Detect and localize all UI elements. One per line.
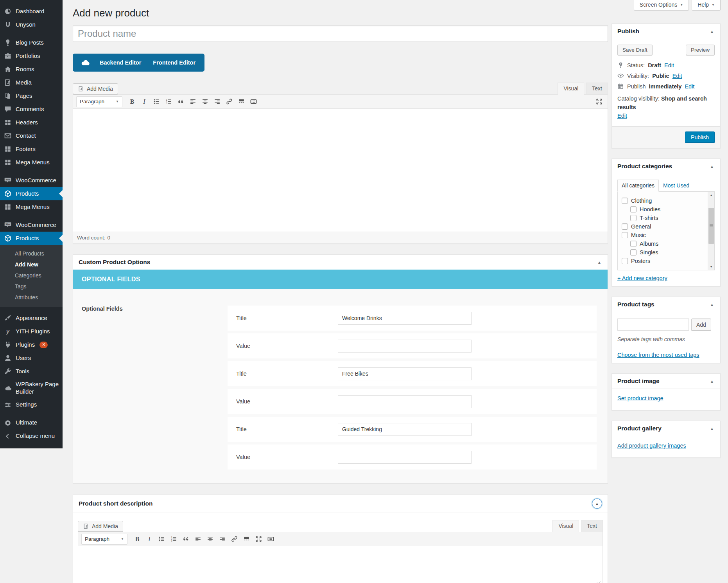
tab-visual[interactable]: Visual — [558, 83, 584, 95]
align-center-button[interactable] — [199, 97, 210, 107]
short-description-content[interactable] — [78, 546, 602, 583]
edit-schedule-link[interactable]: Edit — [685, 83, 694, 90]
edit-catalog-link[interactable]: Edit — [617, 113, 627, 119]
paragraph-format-select[interactable]: Paragraph▼ — [81, 534, 127, 545]
checkbox-general[interactable] — [622, 223, 628, 230]
checkbox-clothing[interactable] — [622, 198, 628, 204]
add-media-button[interactable]: Add Media — [78, 521, 123, 532]
align-center-button[interactable] — [204, 534, 215, 544]
toggle-panel-icon[interactable]: ▲ — [709, 379, 715, 383]
sidebar-item-comments[interactable]: Comments — [0, 103, 63, 116]
fullscreen-button[interactable] — [253, 534, 264, 544]
title-field-input[interactable] — [338, 367, 472, 380]
help-button[interactable]: Help▼ — [692, 0, 721, 11]
checkbox-music[interactable] — [622, 232, 628, 238]
sidebar-item-appearance[interactable]: Appearance — [0, 311, 63, 325]
align-right-button[interactable] — [212, 97, 222, 107]
sidebar-item-mega-menus-2[interactable]: Mega Menus — [0, 200, 63, 214]
italic-button[interactable]: I — [144, 534, 155, 544]
numbered-list-button[interactable] — [163, 97, 174, 107]
sidebar-item-ultimate[interactable]: Ultimate — [0, 416, 63, 430]
sidebar-item-unyson[interactable]: Unyson — [0, 18, 63, 31]
bold-button[interactable]: B — [127, 97, 138, 107]
value-field-input[interactable] — [338, 451, 472, 464]
sidebar-item-woocommerce[interactable]: WooCommerce — [0, 174, 63, 187]
insert-link-button[interactable] — [224, 97, 235, 107]
numbered-list-button[interactable] — [168, 534, 179, 544]
toggle-panel-button[interactable]: ▲ — [592, 498, 602, 509]
title-field-input[interactable] — [338, 312, 472, 325]
collapse-menu-button[interactable]: Collapse menu — [0, 430, 63, 443]
tab-text[interactable]: Text — [581, 520, 603, 532]
blockquote-button[interactable] — [175, 97, 186, 107]
main-editor-content[interactable] — [73, 109, 608, 232]
frontend-editor-button[interactable]: Frontend Editor — [147, 54, 201, 72]
scroll-up-button[interactable]: ▲ — [708, 192, 714, 198]
toggle-panel-icon[interactable]: ▲ — [597, 260, 602, 265]
read-more-button[interactable] — [236, 97, 247, 107]
paragraph-format-select[interactable]: Paragraph▼ — [76, 96, 122, 107]
bulleted-list-button[interactable] — [156, 534, 167, 544]
sidebar-item-media[interactable]: Media — [0, 76, 63, 89]
align-left-button[interactable] — [192, 534, 203, 544]
value-field-input[interactable] — [338, 395, 472, 408]
checkbox-hoodies[interactable] — [630, 206, 637, 212]
sidebar-item-users[interactable]: Users — [0, 351, 63, 365]
edit-visibility-link[interactable]: Edit — [672, 73, 682, 79]
preview-button[interactable]: Preview — [686, 45, 715, 55]
sidebar-item-footers[interactable]: Footers — [0, 142, 63, 156]
sidebar-item-mega-menus[interactable]: Mega Menus — [0, 156, 63, 169]
tab-text[interactable]: Text — [586, 83, 608, 94]
title-field-input[interactable] — [338, 423, 472, 436]
submenu-item-all-products[interactable]: All Products — [0, 248, 63, 259]
checkbox-singles[interactable] — [630, 249, 637, 256]
toggle-panel-icon[interactable]: ▲ — [709, 29, 715, 34]
sidebar-item-woocommerce-2[interactable]: WooCommerce — [0, 218, 63, 232]
sidebar-item-headers[interactable]: Headers — [0, 116, 63, 129]
save-draft-button[interactable]: Save Draft — [617, 45, 653, 55]
sidebar-item-wpbakery-page-builder[interactable]: WPBakery Page Builder — [0, 378, 63, 398]
sidebar-item-yith-plugins[interactable]: YITH Plugins — [0, 325, 63, 338]
submenu-item-add-new[interactable]: Add New — [0, 259, 63, 270]
add-new-category-link[interactable]: + Add new category — [617, 275, 667, 281]
distraction-free-button[interactable] — [594, 97, 604, 107]
bold-button[interactable]: B — [132, 534, 143, 544]
set-product-image-link[interactable]: Set product image — [617, 395, 663, 401]
new-tag-input[interactable] — [617, 318, 689, 331]
tab-visual[interactable]: Visual — [552, 520, 579, 532]
sidebar-item-pages[interactable]: Pages — [0, 89, 63, 103]
edit-status-link[interactable]: Edit — [664, 62, 674, 68]
backend-editor-button[interactable]: Backend Editor — [94, 54, 147, 72]
keyboard-shortcuts-button[interactable] — [265, 534, 276, 544]
sidebar-item-portfolios[interactable]: Portfolios — [0, 49, 63, 63]
keyboard-shortcuts-button[interactable] — [248, 97, 259, 107]
publish-button[interactable]: Publish — [685, 131, 715, 143]
tab-all-categories[interactable]: All categories — [617, 180, 659, 192]
toggle-panel-icon[interactable]: ▲ — [709, 164, 715, 169]
checkbox-posters[interactable] — [622, 258, 628, 264]
add-tag-button[interactable]: Add — [691, 318, 711, 331]
resize-handle[interactable] — [596, 581, 601, 583]
screen-options-button[interactable]: Screen Options▼ — [634, 0, 689, 11]
product-name-input[interactable] — [73, 25, 608, 42]
checkbox-t-shirts[interactable] — [630, 215, 637, 221]
sidebar-item-settings[interactable]: Settings — [0, 398, 63, 412]
submenu-item-tags[interactable]: Tags — [0, 281, 63, 292]
tab-most-used[interactable]: Most Used — [659, 180, 694, 192]
sidebar-item-blog-posts[interactable]: Blog Posts — [0, 36, 63, 49]
read-more-button[interactable] — [241, 534, 252, 544]
sidebar-item-rooms[interactable]: Rooms — [0, 63, 63, 76]
scroll-down-button[interactable]: ▼ — [708, 263, 714, 270]
sidebar-item-products-2[interactable]: Products — [0, 232, 63, 245]
sidebar-item-dashboard[interactable]: Dashboard — [0, 5, 63, 18]
align-right-button[interactable] — [217, 534, 228, 544]
bulleted-list-button[interactable] — [151, 97, 162, 107]
value-field-input[interactable] — [338, 340, 472, 353]
italic-button[interactable]: I — [139, 97, 150, 107]
add-media-button[interactable]: Add Media — [73, 83, 118, 94]
toggle-panel-icon[interactable]: ▲ — [709, 426, 715, 431]
align-left-button[interactable] — [187, 97, 198, 107]
insert-link-button[interactable] — [229, 534, 240, 544]
most-used-tags-link[interactable]: Choose from the most used tags — [617, 352, 699, 358]
toggle-panel-icon[interactable]: ▲ — [709, 302, 715, 307]
